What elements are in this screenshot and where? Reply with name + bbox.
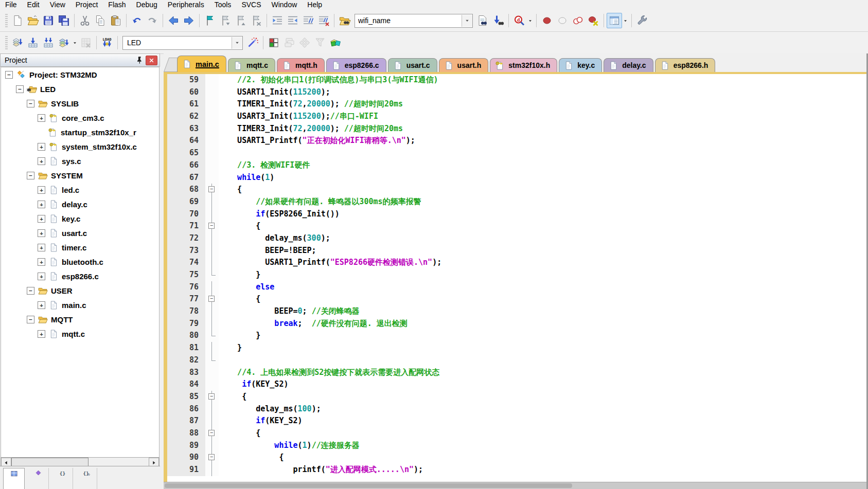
paste-button[interactable] [108, 13, 123, 28]
quick-find-button[interactable]: d [511, 13, 527, 28]
breakpoint-disable-all-button[interactable] [570, 13, 586, 28]
open-folder-button[interactable] [25, 13, 41, 28]
target-options-wand-button[interactable] [245, 35, 260, 50]
collapse-icon[interactable]: − [27, 287, 34, 295]
batch-build-button[interactable] [56, 35, 72, 50]
new-file-button[interactable] [10, 13, 25, 28]
document-tab-key-c[interactable]: key.c [559, 58, 602, 72]
expand-icon[interactable]: + [38, 157, 45, 165]
tree-item-mqtt[interactable]: −MQTT [1, 312, 159, 327]
fold-collapse-icon[interactable] [205, 451, 219, 464]
document-tab-mqtt-c[interactable]: mqtt.c [228, 58, 275, 72]
translate-button[interactable] [10, 35, 25, 50]
stop-build-button[interactable] [78, 35, 94, 50]
menu-help[interactable]: Help [302, 0, 327, 10]
cut-button[interactable] [77, 13, 93, 28]
collapse-icon[interactable]: − [27, 100, 34, 107]
menu-edit[interactable]: Edit [22, 0, 45, 10]
close-icon[interactable] [146, 56, 157, 65]
collapse-icon[interactable]: − [5, 71, 13, 79]
tree-item-key-c[interactable]: +key.c [1, 211, 159, 226]
collapse-icon[interactable]: − [16, 85, 24, 93]
breakpoint-toggle-button[interactable] [539, 13, 555, 28]
tree-item-core-cm3-c[interactable]: +core_cm3.c [1, 111, 159, 125]
expand-icon[interactable]: + [38, 244, 45, 251]
expand-icon[interactable]: + [38, 273, 45, 280]
fold-collapse-icon[interactable] [205, 427, 219, 440]
breakpoint-kill-all-button[interactable] [586, 13, 601, 28]
editor-hscrollbar[interactable] [164, 482, 866, 489]
bookmark-clear-all-button[interactable] [249, 13, 264, 28]
find-in-files-button[interactable] [337, 13, 352, 28]
tree-item-project-stm32md[interactable]: −Project: STM32MD [1, 67, 159, 82]
search-input[interactable] [355, 16, 462, 25]
search-combo[interactable] [355, 14, 473, 28]
panel-tab-project-view[interactable] [3, 468, 25, 489]
fold-collapse-icon[interactable] [205, 391, 219, 403]
tree-item-syslib[interactable]: −SYSLIB [1, 96, 159, 111]
tree-item-led[interactable]: −LED [1, 82, 159, 96]
tree-item-led-c[interactable]: +led.c [1, 183, 159, 197]
nav-back-button[interactable] [166, 13, 181, 28]
menu-view[interactable]: View [45, 0, 70, 10]
tree-item-esp8266-c[interactable]: +esp8266.c [1, 269, 159, 283]
menu-debug[interactable]: Debug [131, 0, 163, 10]
comment-selection-button[interactable] [300, 13, 316, 28]
expand-icon[interactable]: + [38, 114, 45, 122]
window-layout-button[interactable] [607, 13, 622, 28]
scrollbar-thumb[interactable] [11, 458, 88, 466]
uncomment-selection-button[interactable] [316, 13, 331, 28]
expand-icon[interactable]: + [38, 186, 45, 194]
target-select-combo[interactable]: LED [122, 36, 243, 50]
menu-project[interactable]: Project [70, 0, 103, 10]
panel-tab-functions-view[interactable]: {} [52, 468, 73, 489]
tree-item-mqtt-c[interactable]: +mqtt.c [1, 327, 159, 341]
rebuild-button[interactable] [41, 35, 56, 50]
panel-tab-books-view[interactable] [28, 468, 49, 489]
dropdown-arrow-icon[interactable] [72, 35, 78, 50]
collapse-icon[interactable]: − [27, 316, 34, 323]
collapse-icon[interactable]: − [27, 172, 34, 179]
menu-tools[interactable]: Tools [209, 0, 237, 10]
document-tab-stm32f10x-h[interactable]: stm32f10x.h [490, 58, 557, 72]
load-button[interactable]: LOAD [99, 35, 115, 50]
scrollbar-thumb[interactable] [165, 483, 572, 488]
multi-project-button[interactable] [281, 35, 297, 50]
expand-icon[interactable]: + [38, 201, 45, 208]
tree-item-timer-c[interactable]: +timer.c [1, 240, 159, 255]
expand-icon[interactable]: + [38, 229, 45, 237]
expand-icon[interactable]: + [38, 258, 45, 266]
tree-item-startup-stm32f10x-r[interactable]: startup_stm32f10x_r [1, 125, 159, 139]
expand-icon[interactable]: + [38, 330, 45, 338]
expand-icon[interactable]: + [38, 215, 45, 223]
file-filter-button[interactable] [312, 35, 328, 50]
document-tab-usart-h[interactable]: usart.h [439, 58, 489, 72]
manage-components-button[interactable] [266, 35, 281, 50]
tree-item-delay-c[interactable]: +delay.c [1, 197, 159, 211]
save-all-button[interactable] [56, 13, 72, 28]
menu-peripherals[interactable]: Peripherals [163, 0, 209, 10]
tree-item-usart-c[interactable]: +usart.c [1, 226, 159, 240]
tree-item-system[interactable]: −SYSTEM [1, 168, 159, 183]
find-in-document-button[interactable] [475, 13, 490, 28]
target-combo-dropdown-icon[interactable] [232, 37, 242, 49]
pin-icon[interactable] [134, 55, 145, 65]
document-tab-esp8266-c[interactable]: esp8266.c [326, 58, 386, 72]
redo-button[interactable] [145, 13, 160, 28]
fold-collapse-icon[interactable] [205, 220, 219, 232]
build-button[interactable] [25, 35, 41, 50]
dropdown-arrow-icon[interactable] [527, 13, 534, 28]
indent-left-button[interactable] [285, 13, 300, 28]
copy-button[interactable] [93, 13, 108, 28]
fold-collapse-icon[interactable] [205, 184, 219, 196]
pack-installer-button[interactable] [328, 35, 343, 50]
flash-diamond-button[interactable] [297, 35, 312, 50]
expand-icon[interactable]: + [38, 301, 45, 309]
configuration-wrench-button[interactable] [634, 13, 650, 28]
expand-icon[interactable]: + [38, 143, 45, 151]
tree-item-sys-c[interactable]: +sys.c [1, 154, 159, 168]
code-editor[interactable]: 59 //2. 初始化串口1(打印调试信息)与串口3(与WIFI通信)60 US… [164, 72, 866, 482]
indent-right-button[interactable] [270, 13, 285, 28]
search-combo-dropdown-icon[interactable] [462, 15, 472, 27]
tree-item-system-stm32f10x-c[interactable]: +system_stm32f10x.c [1, 139, 159, 154]
